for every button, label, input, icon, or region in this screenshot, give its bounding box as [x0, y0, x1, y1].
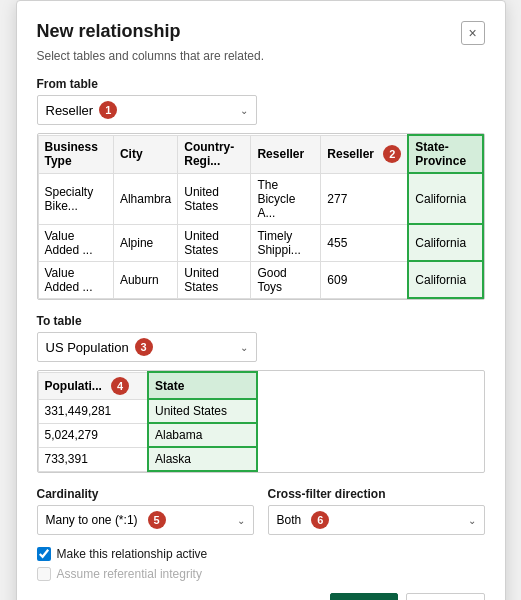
cardinality-chevron-icon: ⌄: [237, 515, 245, 526]
dialog-footer: Save Cancel: [37, 593, 485, 600]
cross-filter-value: Both: [277, 513, 302, 527]
col-country-region[interactable]: Country-Regi...: [178, 135, 251, 173]
from-table-badge: 1: [99, 101, 117, 119]
table-row: Value Added ... Auburn United States Goo…: [38, 261, 483, 298]
cardinality-badge: 5: [148, 511, 166, 529]
col-state-province[interactable]: State-Province: [408, 135, 482, 173]
to-table-chevron-icon: ⌄: [240, 342, 248, 353]
dialog-subtitle: Select tables and columns that are relat…: [37, 49, 485, 63]
col-city[interactable]: City: [113, 135, 177, 173]
to-table-header-row: Populati... 4 State: [38, 372, 257, 399]
integrity-checkbox-row: Assume referential integrity: [37, 567, 485, 581]
from-table-value: Reseller: [46, 103, 94, 118]
from-table-grid: Business Type City Country-Regi... Resel…: [38, 134, 484, 299]
to-table-badge: 3: [135, 338, 153, 356]
from-table-dropdown[interactable]: Reseller 1 ⌄: [37, 95, 257, 125]
cancel-button[interactable]: Cancel: [406, 593, 484, 600]
cross-filter-chevron-icon: ⌄: [468, 515, 476, 526]
cardinality-label: Cardinality: [37, 487, 254, 501]
to-table-row: US Population 3 ⌄: [37, 332, 485, 362]
save-button[interactable]: Save: [330, 593, 398, 600]
from-table-chevron-icon: ⌄: [240, 105, 248, 116]
table-row: Specialty Bike... Alhambra United States…: [38, 173, 483, 224]
col-population[interactable]: Populati... 4: [38, 372, 148, 399]
from-table-row: Reseller 1 ⌄: [37, 95, 485, 125]
table-row: 733,391 Alaska: [38, 447, 257, 471]
integrity-checkbox[interactable]: [37, 567, 51, 581]
cross-filter-col: Cross-filter direction Both 6 ⌄: [268, 487, 485, 535]
cross-filter-dropdown[interactable]: Both 6 ⌄: [268, 505, 485, 535]
dialog-title: New relationship: [37, 21, 181, 42]
cross-filter-label: Cross-filter direction: [268, 487, 485, 501]
to-table-grid: Populati... 4 State 331,449,281 United S…: [38, 371, 258, 472]
col-business-type[interactable]: Business Type: [38, 135, 113, 173]
col-reseller2[interactable]: Reseller 2: [321, 135, 409, 173]
active-checkbox-label: Make this relationship active: [57, 547, 208, 561]
table-row: Value Added ... Alpine United States Tim…: [38, 224, 483, 261]
integrity-checkbox-label: Assume referential integrity: [57, 567, 202, 581]
active-checkbox[interactable]: [37, 547, 51, 561]
from-table-header-row: Business Type City Country-Regi... Resel…: [38, 135, 483, 173]
col-reseller[interactable]: Reseller: [251, 135, 321, 173]
active-checkbox-row: Make this relationship active: [37, 547, 485, 561]
to-table-label: To table: [37, 314, 485, 328]
cardinality-col: Cardinality Many to one (*:1) 5 ⌄: [37, 487, 254, 535]
new-relationship-dialog: New relationship × Select tables and col…: [16, 0, 506, 600]
cardinality-value: Many to one (*:1): [46, 513, 138, 527]
dialog-header: New relationship ×: [37, 21, 485, 45]
col-state[interactable]: State: [148, 372, 257, 399]
cross-filter-badge: 6: [311, 511, 329, 529]
cardinality-crossfilter-row: Cardinality Many to one (*:1) 5 ⌄ Cross-…: [37, 487, 485, 535]
cardinality-dropdown[interactable]: Many to one (*:1) 5 ⌄: [37, 505, 254, 535]
from-table-wrapper: Business Type City Country-Regi... Resel…: [37, 133, 485, 300]
to-table-dropdown[interactable]: US Population 3 ⌄: [37, 332, 257, 362]
table-row: 331,449,281 United States: [38, 399, 257, 423]
from-table-label: From table: [37, 77, 485, 91]
to-table-wrapper: Populati... 4 State 331,449,281 United S…: [37, 370, 485, 473]
close-button[interactable]: ×: [461, 21, 485, 45]
table-row: 5,024,279 Alabama: [38, 423, 257, 447]
to-table-value: US Population: [46, 340, 129, 355]
